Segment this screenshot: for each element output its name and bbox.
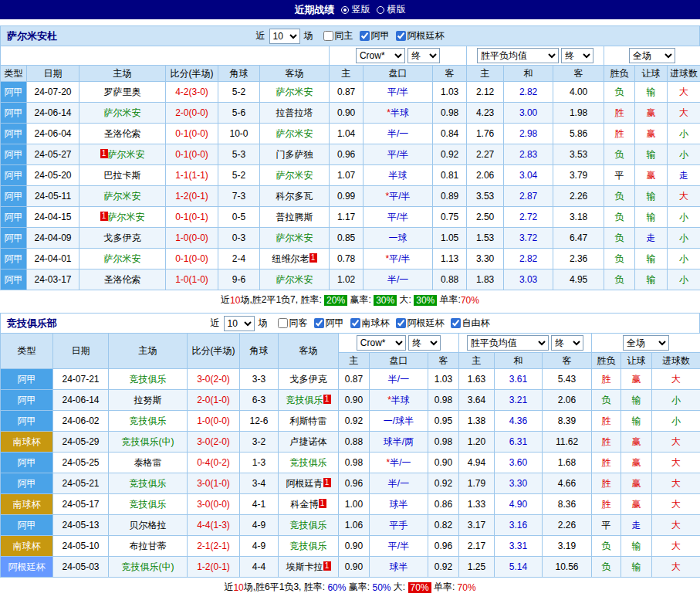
date-cell: 24-05-25 xyxy=(53,453,109,473)
handicap-cell: 半/一 xyxy=(370,473,428,494)
league-cell: 阿甲 xyxy=(1,411,53,432)
handicap-result-cell: 输 xyxy=(635,269,668,290)
column-header-away: 客场 xyxy=(260,66,330,82)
handicap-result-cell: 赢 xyxy=(621,473,652,494)
handicap-result-cell: 输 xyxy=(621,411,652,432)
match-row: 南球杯24-05-17竞技俱乐3-0(0-0)4-1科金博11.00球半0.86… xyxy=(1,494,700,515)
goals-result-cell: 大 xyxy=(652,515,700,536)
handicap-stage-select[interactable]: 终 xyxy=(408,335,441,351)
away-odds-cell: 0.81 xyxy=(433,165,467,186)
guest-results-table: 类型 日期 主场 比分(半场) 角球 客场 Crow* 终 胜平负均值 终 全场 xyxy=(0,333,700,578)
filter-checkbox-input[interactable] xyxy=(323,31,333,41)
away-team-name: 戈多伊克 xyxy=(290,374,327,385)
home-odds-cell: 0.90 xyxy=(339,557,370,578)
match-row: 阿甲24-04-01萨尔米安0-1(0-0)2-4纽维尔老10.78*平/半1.… xyxy=(1,249,700,269)
away-odds-cell: 0.88 xyxy=(433,269,467,290)
result-cell: 胜 xyxy=(592,432,621,453)
away-team-cell: 门多萨独 xyxy=(260,144,330,165)
games-label: 场 xyxy=(304,29,313,42)
away-team-name: 竞技俱乐 xyxy=(286,395,323,405)
layout-option-vertical[interactable]: 竖版 xyxy=(341,3,370,16)
match-row: 阿甲24-06-04圣洛伦索0-1(0-0)10-0萨尔米安1.04半/一0.8… xyxy=(1,124,700,144)
scope-select[interactable]: 全场 xyxy=(629,48,675,63)
avg-away-cell: 2.26 xyxy=(553,186,604,207)
filter-checkbox[interactable]: 阿根廷杯 xyxy=(396,29,445,42)
league-cell: 阿甲 xyxy=(1,369,53,390)
filter-checkbox[interactable]: 阿甲 xyxy=(314,317,344,330)
home-team-cell: 圣洛伦索 xyxy=(79,269,166,290)
column-header-handicap: 盘口 xyxy=(364,66,433,82)
filter-checkbox-input[interactable] xyxy=(350,318,360,328)
league-cell: 阿甲 xyxy=(1,103,27,124)
summary-segment: 近 xyxy=(221,293,230,307)
date-cell: 24-07-20 xyxy=(27,82,79,103)
league-cell: 阿甲 xyxy=(1,249,27,269)
summary-segment: 单率: xyxy=(437,293,461,307)
handicap-cell: *半球 xyxy=(364,103,433,124)
filter-checkbox[interactable]: 南球杯 xyxy=(350,317,390,330)
bookmaker-select[interactable]: Crow* xyxy=(357,335,406,351)
date-cell: 24-06-04 xyxy=(27,124,79,144)
avg-away-cell: 3.19 xyxy=(543,536,592,557)
avg-draw-cell: 3.21 xyxy=(495,390,543,411)
handicap-cell: 球半 xyxy=(370,557,428,578)
goals-result-cell: 大 xyxy=(652,557,700,578)
dropdown-header-row: 类型 日期 主场 比分(半场) 角球 客场 Crow* 终 胜平负均值 终 全场 xyxy=(1,334,700,353)
handicap-text: 球半 xyxy=(390,499,408,510)
summary-segment: 赢率: xyxy=(346,581,372,594)
avg-type-select[interactable]: 胜平负均值 xyxy=(467,335,549,351)
bookmaker-select[interactable]: Crow* xyxy=(356,48,405,63)
score-cell: 1-2(0-1) xyxy=(166,186,218,207)
summary-segment: 场,胜6平1负3, 胜率: xyxy=(244,581,328,594)
avg-stage-select[interactable]: 终 xyxy=(551,335,583,351)
column-header-avg-home: 主 xyxy=(459,353,495,369)
column-header-type: 类型 xyxy=(1,334,53,369)
layout-option-horizontal[interactable]: 横版 xyxy=(377,3,406,16)
filter-checkbox-input[interactable] xyxy=(314,318,324,328)
away-team-name: 利斯特雷 xyxy=(290,415,327,426)
filter-checkbox[interactable]: 同客 xyxy=(278,317,308,330)
filter-checkbox-input[interactable] xyxy=(396,318,406,328)
handicap-stage-select[interactable]: 终 xyxy=(407,48,440,63)
league-cell: 南球杯 xyxy=(1,432,53,453)
filter-checkbox-input[interactable] xyxy=(451,318,461,328)
home-team-cell: 竞技俱乐 xyxy=(109,494,188,515)
handicap-cell: *平/半 xyxy=(364,186,433,207)
date-cell: 24-05-11 xyxy=(27,186,79,207)
home-odds-cell: 0.96 xyxy=(330,144,364,165)
filter-checkbox-input[interactable] xyxy=(278,318,288,328)
filter-checkbox-label: 阿甲 xyxy=(371,29,390,42)
avg-home-cell: 2.50 xyxy=(467,207,504,228)
handicap-text: 球半 xyxy=(390,561,408,572)
filter-checkbox-input[interactable] xyxy=(360,31,370,41)
match-count-select[interactable]: 10 xyxy=(269,29,300,44)
match-count-select[interactable]: 10 xyxy=(224,316,255,331)
date-cell: 24-06-14 xyxy=(53,390,109,411)
scope-select[interactable]: 全场 xyxy=(623,335,669,351)
avg-type-select[interactable]: 胜平负均值 xyxy=(477,48,559,63)
match-row: 阿甲24-05-20巴拉卡斯1-1(1-1)5-2萨尔米安1.07半球0.812… xyxy=(1,165,700,186)
home-odds-cell: 0.90 xyxy=(330,103,364,124)
home-odds-cell: 0.88 xyxy=(339,432,370,453)
away-odds-cell: 0.86 xyxy=(428,494,459,515)
avg-stage-select[interactable]: 终 xyxy=(561,48,593,63)
handicap-result-cell: 赢 xyxy=(621,453,652,473)
column-header-corner: 角球 xyxy=(218,66,260,82)
home-team-name: 竞技俱乐 xyxy=(130,415,167,426)
home-odds-cell: 1.02 xyxy=(330,269,364,290)
avg-home-cell: 2.17 xyxy=(459,536,495,557)
away-team-name: 纽维尔老 xyxy=(272,253,309,264)
filter-checkbox[interactable]: 同主 xyxy=(323,29,353,42)
away-odds-cell: 1.13 xyxy=(433,249,467,269)
avg-home-cell: 1.63 xyxy=(459,369,495,390)
filter-checkbox[interactable]: 阿根廷杯 xyxy=(396,317,445,330)
avg-home-cell: 1.53 xyxy=(467,228,504,249)
filter-checkbox-input[interactable] xyxy=(396,31,406,41)
avg-home-cell: 4.94 xyxy=(459,453,495,473)
filter-checkbox-label: 自由杯 xyxy=(462,317,490,330)
filter-checkbox[interactable]: 阿甲 xyxy=(360,29,390,42)
avg-away-cell: 5.43 xyxy=(543,369,592,390)
handicap-result-cell: 赢 xyxy=(621,432,652,453)
filter-checkbox[interactable]: 自由杯 xyxy=(451,317,490,330)
home-team-name: 罗萨里奥 xyxy=(104,86,141,97)
